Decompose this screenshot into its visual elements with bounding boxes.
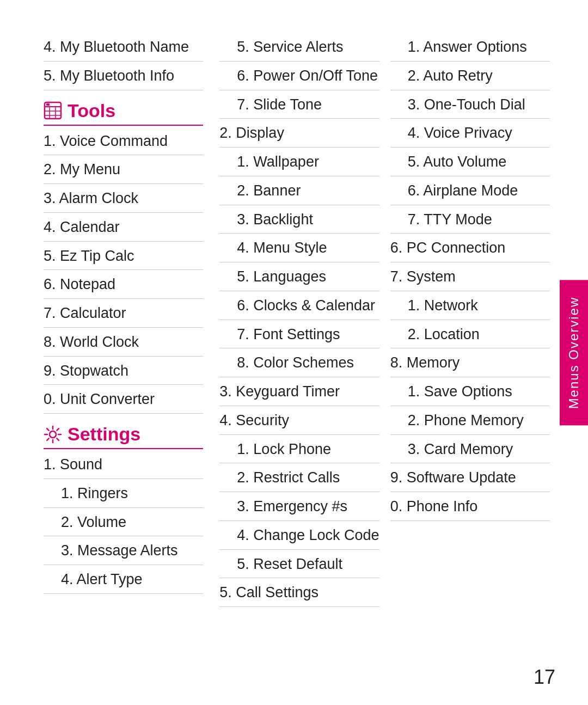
list-item: 4. My Bluetooth Name	[44, 33, 203, 62]
list-item: 6. Clocks & Calendar	[219, 291, 379, 320]
list-item: 8. Memory	[390, 348, 550, 377]
list-item: 4. Menu Style	[219, 234, 379, 262]
list-item: 1. Network	[390, 291, 550, 320]
list-item: 4. Change Lock Code	[219, 521, 379, 550]
list-item: 7. Slide Tone	[219, 90, 379, 119]
list-item: 2. Phone Memory	[390, 406, 550, 435]
list-item: 1. Save Options	[390, 377, 550, 406]
list-item: 9. Software Update	[390, 463, 550, 492]
list-item: 3. Emergency #s	[219, 492, 379, 521]
list-item: 1. Wallpaper	[219, 148, 379, 176]
list-item: 3. Backlight	[219, 205, 379, 234]
tools-icon	[44, 101, 62, 120]
column-mid: 5. Service Alerts6. Power On/Off Tone7. …	[209, 33, 384, 672]
list-item: 6. Power On/Off Tone	[219, 62, 379, 90]
svg-line-12	[47, 428, 49, 431]
list-item: 5. Reset Default	[219, 550, 379, 579]
list-item: 2. Display	[219, 119, 379, 148]
list-item: 7. Calculator	[44, 299, 203, 328]
list-item: 2. Banner	[219, 176, 379, 205]
list-item: 1. Sound	[44, 450, 203, 479]
page-number: 17	[534, 666, 555, 689]
settings-icon	[44, 425, 62, 444]
list-item: 5. Languages	[219, 262, 379, 291]
list-item: 5. Service Alerts	[219, 33, 379, 62]
list-item: 2. My Menu	[44, 155, 203, 184]
col-left-top: 4. My Bluetooth Name5. My Bluetooth Info	[44, 33, 203, 90]
list-item: 6. Airplane Mode	[390, 176, 550, 205]
list-item: 9. Stopwatch	[44, 357, 203, 385]
svg-line-13	[57, 438, 59, 440]
list-item: 5. My Bluetooth Info	[44, 62, 203, 90]
list-item: 0. Unit Converter	[44, 385, 203, 414]
list-item: 8. World Clock	[44, 328, 203, 357]
column-right: 1. Answer Options2. Auto Retry3. One-Tou…	[385, 33, 555, 672]
list-item: 0. Phone Info	[390, 492, 550, 521]
list-item: 4. Alert Type	[44, 565, 203, 594]
column-left: 4. My Bluetooth Name5. My Bluetooth Info…	[33, 33, 209, 672]
list-item: 5. Auto Volume	[390, 148, 550, 176]
col-left-tools: 1. Voice Command2. My Menu3. Alarm Clock…	[44, 127, 203, 414]
list-item: 2. Auto Retry	[390, 62, 550, 90]
list-item: 1. Voice Command	[44, 127, 203, 156]
col-mid-items: 5. Service Alerts6. Power On/Off Tone7. …	[219, 33, 379, 607]
list-item: 1. Lock Phone	[219, 435, 379, 464]
list-item: 6. PC Connection	[390, 234, 550, 262]
list-item: 7. TTY Mode	[390, 205, 550, 234]
list-item: 2. Location	[390, 320, 550, 349]
col-left-settings: 1. Sound1. Ringers2. Volume3. Message Al…	[44, 450, 203, 594]
tools-title: Tools	[68, 100, 115, 121]
list-item: 7. System	[390, 262, 550, 291]
list-item: 5. Call Settings	[219, 578, 379, 607]
list-item: 4. Voice Privacy	[390, 119, 550, 148]
settings-section-header: Settings	[44, 424, 203, 449]
list-item: 1. Ringers	[44, 479, 203, 508]
list-item: 3. One-Touch Dial	[390, 90, 550, 119]
svg-line-14	[57, 428, 59, 431]
sidebar-label: Menus Overview	[560, 280, 588, 425]
list-item: 3. Card Memory	[390, 435, 550, 464]
list-item: 6. Notepad	[44, 270, 203, 299]
list-item: 3. Alarm Clock	[44, 184, 203, 213]
list-item: 4. Security	[219, 406, 379, 435]
svg-point-7	[50, 431, 56, 438]
list-item: 2. Volume	[44, 508, 203, 537]
list-item: 3. Keyguard Timer	[219, 377, 379, 406]
svg-rect-2	[46, 103, 50, 106]
col-right-items: 1. Answer Options2. Auto Retry3. One-Tou…	[390, 33, 550, 521]
list-item: 1. Answer Options	[390, 33, 550, 62]
list-item: 8. Color Schemes	[219, 348, 379, 377]
svg-line-15	[47, 438, 49, 440]
settings-title: Settings	[68, 424, 140, 445]
list-item: 5. Ez Tip Calc	[44, 242, 203, 271]
list-item: 3. Message Alerts	[44, 536, 203, 565]
list-item: 2. Restrict Calls	[219, 463, 379, 492]
list-item: 4. Calendar	[44, 213, 203, 242]
list-item: 7. Font Settings	[219, 320, 379, 349]
tools-section-header: Tools	[44, 100, 203, 126]
page-content: 4. My Bluetooth Name5. My Bluetooth Info…	[0, 0, 588, 705]
